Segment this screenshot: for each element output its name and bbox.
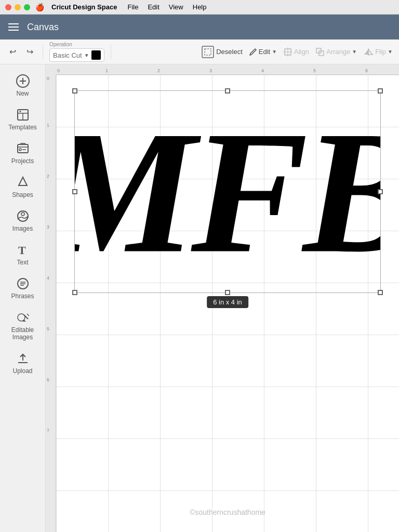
align-label: Align	[294, 48, 309, 56]
hamburger-menu-button[interactable]	[8, 23, 19, 31]
ruler-mark-6: 6	[365, 68, 368, 73]
handle-bottom-right[interactable]	[378, 290, 383, 295]
svg-marker-17	[19, 177, 27, 185]
text-icon: T	[16, 243, 30, 257]
plus-icon	[16, 74, 30, 88]
minimize-button[interactable]	[15, 4, 21, 10]
close-button[interactable]	[5, 4, 11, 10]
sidebar-item-images-label: Images	[12, 225, 33, 232]
main-layout: New Templates Projects	[0, 64, 399, 532]
images-icon	[16, 209, 30, 223]
operation-label: Operation	[49, 42, 104, 47]
flip-label: Flip	[375, 48, 386, 56]
sidebar: New Templates Projects	[0, 64, 46, 532]
svg-rect-14	[18, 144, 28, 153]
ruler-left-0: 0	[47, 76, 49, 81]
handle-top-mid[interactable]	[225, 88, 230, 94]
monogram-svg: MFB	[75, 91, 380, 292]
deselect-icon	[202, 46, 214, 58]
chevron-down-icon: ▼	[84, 52, 89, 58]
handle-mid-right[interactable]	[378, 189, 383, 194]
sidebar-item-phrases[interactable]: Phrases	[0, 271, 45, 305]
sidebar-item-upload-label: Upload	[12, 367, 32, 375]
sidebar-item-templates-label: Templates	[8, 124, 37, 131]
svg-text:T: T	[18, 244, 26, 257]
ruler-left-3: 3	[47, 224, 49, 230]
sidebar-item-projects[interactable]: Projects	[0, 136, 45, 170]
handle-top-left[interactable]	[72, 88, 77, 94]
toolbar-divider-2	[111, 45, 111, 59]
ruler-mark-4: 4	[261, 68, 264, 73]
sidebar-item-templates[interactable]: Templates	[0, 102, 45, 136]
canvas-title: Canvas	[27, 22, 59, 33]
maximize-button[interactable]	[24, 4, 30, 10]
ruler-mark-2: 2	[157, 68, 160, 73]
arrange-button[interactable]: Arrange ▼	[315, 47, 357, 57]
sidebar-item-editable-images[interactable]: Editable Images	[0, 305, 45, 346]
svg-point-13	[19, 111, 21, 112]
operation-group: Operation Basic Cut ▼	[49, 42, 104, 62]
edit-button[interactable]: Edit ▼	[249, 48, 277, 56]
flip-button[interactable]: Flip ▼	[363, 47, 393, 57]
toolbar-right: Deselect Edit ▼ Align Arrange ▼	[202, 46, 393, 58]
svg-rect-0	[205, 49, 211, 55]
sidebar-item-phrases-label: Phrases	[11, 292, 34, 300]
arrange-label: Arrange	[326, 48, 350, 56]
handle-bottom-left[interactable]	[72, 290, 77, 295]
ruler-left-7: 7	[47, 428, 49, 433]
menu-edit[interactable]: Edit	[148, 3, 159, 11]
edit-chevron-icon: ▼	[272, 49, 277, 55]
deselect-button[interactable]: Deselect	[202, 46, 243, 58]
sidebar-item-upload[interactable]: Upload	[0, 346, 45, 380]
menu-view[interactable]: View	[169, 3, 183, 11]
monogram-selection[interactable]: MFB 6 in x 4 in	[74, 90, 381, 293]
canvas-area[interactable]: 0 1 2 3 4 5 6 0 1 2 3 4 5 6 7	[46, 64, 399, 532]
ruler-mark-1: 1	[105, 68, 108, 73]
traffic-lights	[5, 4, 30, 10]
app-name: Cricut Design Space	[51, 3, 117, 11]
menu-file[interactable]: File	[127, 3, 138, 11]
header-bar: Canvas	[0, 15, 399, 39]
ruler-left-2: 2	[47, 174, 49, 179]
watermark: ©southerncrushathome	[190, 508, 265, 516]
toolbar-divider-1	[43, 45, 43, 59]
ruler-corner	[46, 64, 56, 75]
menu-help[interactable]: Help	[193, 3, 207, 11]
ruler-mark-5: 5	[313, 68, 316, 73]
svg-text:MFB: MFB	[75, 95, 380, 289]
align-icon	[283, 47, 292, 57]
sidebar-item-new[interactable]: New	[0, 69, 45, 102]
sidebar-item-shapes-label: Shapes	[12, 191, 33, 198]
shapes-icon	[16, 175, 30, 190]
title-bar: 🍎 Cricut Design Space File Edit View Hel…	[0, 0, 399, 15]
sidebar-item-shapes[interactable]: Shapes	[0, 170, 45, 204]
apple-logo-icon: 🍎	[35, 3, 44, 11]
svg-marker-6	[364, 49, 368, 55]
redo-button[interactable]: ↪	[23, 45, 36, 59]
svg-line-27	[27, 314, 29, 316]
editable-images-icon	[16, 310, 30, 325]
undo-button[interactable]: ↩	[6, 45, 19, 59]
upload-icon	[16, 351, 30, 366]
ruler-left-1: 1	[47, 123, 49, 128]
canvas-content[interactable]: MFB 6 in x 4 in ©southerncrushathome	[56, 75, 399, 532]
handle-top-right[interactable]	[378, 88, 383, 94]
sidebar-item-images[interactable]: Images	[0, 204, 45, 237]
ruler-left: 0 1 2 3 4 5 6 7	[46, 75, 56, 532]
arrange-chevron-icon: ▼	[352, 49, 357, 55]
ruler-top: 0 1 2 3 4 5 6	[56, 64, 399, 75]
operation-value: Basic Cut	[53, 51, 82, 59]
projects-icon	[16, 141, 30, 156]
sidebar-item-text[interactable]: T Text	[0, 237, 45, 271]
align-button[interactable]: Align	[283, 47, 309, 57]
handle-bottom-mid[interactable]	[225, 290, 230, 295]
svg-point-19	[21, 212, 24, 216]
operation-select[interactable]: Basic Cut ▼	[49, 48, 104, 62]
flip-icon	[363, 47, 374, 57]
sidebar-item-text-label: Text	[17, 259, 28, 266]
color-swatch[interactable]	[91, 50, 101, 60]
handle-mid-left[interactable]	[72, 189, 77, 194]
deselect-label: Deselect	[216, 48, 243, 56]
sidebar-item-editable-images-label: Editable Images	[4, 326, 41, 341]
ruler-left-5: 5	[47, 326, 49, 331]
